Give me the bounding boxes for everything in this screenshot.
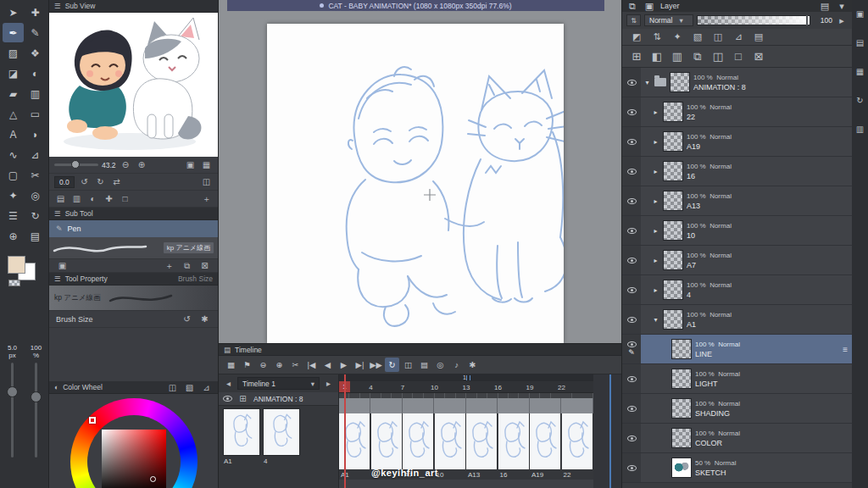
next-image-icon[interactable]: ▥	[70, 192, 83, 205]
camera-button[interactable]: ◎	[433, 358, 448, 372]
frame-border-tool-icon[interactable]: ▭	[25, 104, 46, 124]
layer-visibility-eye-icon[interactable]	[627, 228, 637, 234]
layer-visibility-eye-icon[interactable]	[627, 169, 637, 175]
transparent-color-swatch[interactable]	[8, 280, 20, 286]
delete-layer-button[interactable]: ⊠	[753, 50, 765, 64]
tab-brush-size[interactable]: Brush Size	[178, 274, 213, 283]
balloon-tool-icon[interactable]: ◗	[25, 125, 46, 144]
next-timeline-icon[interactable]: ▸	[322, 377, 335, 390]
zoom-out-icon[interactable]: ⊖	[120, 158, 132, 171]
clear-layer-button[interactable]: □	[732, 50, 744, 64]
figure-tool-icon[interactable]: △	[3, 104, 24, 124]
layer-thumbnail[interactable]	[663, 220, 683, 241]
switch-image-icon[interactable]: ◐	[86, 192, 99, 205]
correct-line-tool-icon[interactable]: ∿	[3, 145, 24, 164]
layer-thumbnail[interactable]	[671, 369, 692, 389]
timeline-cut-button[interactable]: ✂	[288, 358, 303, 372]
new-animation-cel-button[interactable]: ▤	[417, 358, 431, 372]
eraser-tool-icon[interactable]: ◪	[3, 64, 24, 83]
timeline-grid-button[interactable]: ▦	[224, 358, 238, 372]
lock-transparent-pixels-button[interactable]: ▧	[692, 30, 704, 44]
collapse-panel-icon[interactable]: ▾	[836, 0, 848, 13]
layer-opacity-slider[interactable]	[697, 15, 810, 25]
layer-row-16[interactable]: ▸100 % Normal16	[622, 157, 852, 186]
eyedropper-tool-icon[interactable]: ◎	[25, 186, 46, 205]
collapse-chevron-icon[interactable]: ▾	[643, 79, 651, 86]
main-color-swatch[interactable]	[8, 256, 25, 274]
pen-tool-icon[interactable]: ✒	[3, 23, 24, 42]
brush-size-knob[interactable]	[7, 386, 18, 397]
clip-to-layer-below-button[interactable]: ◩	[631, 30, 643, 44]
decoration-tool-icon[interactable]: ❖	[25, 43, 46, 63]
layer-thumbnail[interactable]	[671, 428, 692, 448]
layer-row-a13[interactable]: ▸100 % NormalA13	[622, 186, 852, 216]
move-layer-tool-icon[interactable]: ✚	[25, 3, 46, 22]
layer-thumbnail[interactable]	[671, 458, 692, 478]
cel-preview-A1[interactable]	[223, 408, 260, 456]
loop-playback-button[interactable]: ↻	[385, 358, 399, 372]
color-slider-icon[interactable]: ▧	[183, 381, 196, 394]
fit-view-icon[interactable]: ▣	[184, 158, 197, 171]
animation-folder-track[interactable]	[339, 398, 593, 413]
layer-row-color[interactable]: 100 % NormalCOLOR	[622, 424, 852, 453]
layer-row-shading[interactable]: 100 % NormalSHADING	[622, 394, 852, 424]
color-set-icon[interactable]: ◫	[166, 381, 179, 394]
reset-view-icon[interactable]: ◫	[200, 175, 213, 188]
palette-switch-icon[interactable]: ⇅	[626, 14, 641, 26]
layer-visibility-eye-icon[interactable]	[627, 406, 637, 412]
saturation-value-box[interactable]	[102, 430, 166, 488]
rotate-view-tool-icon[interactable]: ↻	[25, 206, 46, 225]
tab-history-icon[interactable]: ↻	[854, 93, 866, 107]
subview-preview[interactable]	[49, 13, 218, 157]
reset-param-icon[interactable]: ↺	[181, 313, 193, 325]
timeline-cel-22[interactable]	[562, 413, 593, 469]
layer-row-handle-icon[interactable]: ≡	[843, 345, 848, 354]
onion-skin-button[interactable]: ◫	[401, 358, 415, 372]
playhead-line[interactable]	[344, 374, 346, 488]
timeline-cel-16[interactable]	[498, 413, 530, 469]
layer-row-a19[interactable]: ▸100 % NormalA19	[622, 127, 852, 157]
layer-thumbnail[interactable]	[671, 339, 692, 359]
auto-select-tool-icon[interactable]: ✦	[3, 186, 24, 205]
hue-ring[interactable]	[70, 398, 198, 488]
expand-chevron-icon[interactable]: ▸	[652, 168, 659, 175]
layer-visibility-eye-icon[interactable]	[627, 258, 637, 263]
new-vector-layer-button[interactable]: ◧	[651, 50, 663, 64]
tab-layer-icon[interactable]: ▤	[854, 36, 866, 49]
show-strokes-icon[interactable]: ▣	[56, 259, 69, 272]
lasso-tool-icon[interactable]: ✂	[25, 165, 46, 185]
expand-chevron-icon[interactable]: ▸	[652, 257, 659, 264]
grid-icon[interactable]: ▦	[200, 158, 213, 171]
rotate-right-icon[interactable]: ↻	[94, 175, 107, 188]
layer-color-button[interactable]: ▤	[753, 30, 765, 44]
brush-opacity-knob[interactable]	[31, 391, 42, 402]
layer-visibility-eye-icon[interactable]	[627, 139, 637, 145]
hand-tool-icon[interactable]: ☰	[3, 206, 24, 225]
eyedropper-switch-icon[interactable]: ✚	[103, 192, 115, 205]
swap-panel-button[interactable]: ⇅	[651, 30, 663, 44]
layer-visibility-eye-icon[interactable]	[627, 376, 637, 382]
track-visibility-eye-icon[interactable]	[223, 396, 232, 402]
layer-thumbnail[interactable]	[663, 250, 683, 270]
pencil-tool-icon[interactable]: ✎	[25, 23, 46, 42]
sound-button[interactable]: ♪	[449, 358, 464, 372]
layer-visibility-eye-icon[interactable]	[627, 287, 637, 293]
flip-horizontal-icon[interactable]: ⇄	[110, 175, 123, 188]
operation-tool-icon[interactable]: ➤	[3, 3, 24, 22]
layer-row-light[interactable]: 100 % NormalLIGHT	[622, 364, 852, 394]
blend-mode-select[interactable]: Normal ▾	[644, 14, 693, 26]
timeline-cel-4[interactable]	[371, 413, 403, 469]
layer-row-a7[interactable]: ▸100 % NormalA7	[622, 246, 852, 275]
panel-options-icon[interactable]: ▤	[819, 0, 831, 13]
document-tab[interactable]: CAT - BABY ANIMATION* (1080 x 1080px 350…	[227, 0, 604, 11]
timeline-settings-button[interactable]: ✱	[465, 358, 480, 372]
timeline-cel-A7[interactable]	[403, 413, 434, 469]
add-image-icon[interactable]: ＋	[200, 192, 213, 205]
layer-thumbnail[interactable]	[663, 161, 683, 181]
play-button[interactable]: ▶	[337, 358, 351, 372]
new-raster-layer-button[interactable]: ⊞	[631, 50, 643, 64]
layer-row-sketch[interactable]: 50 % NormalSKETCH	[622, 453, 852, 483]
skip-to-end-button[interactable]: ▶▶	[369, 358, 383, 372]
brush-preset-row[interactable]: kp アニメ線画	[49, 237, 218, 259]
subview-zoom-slider[interactable]	[54, 164, 98, 166]
